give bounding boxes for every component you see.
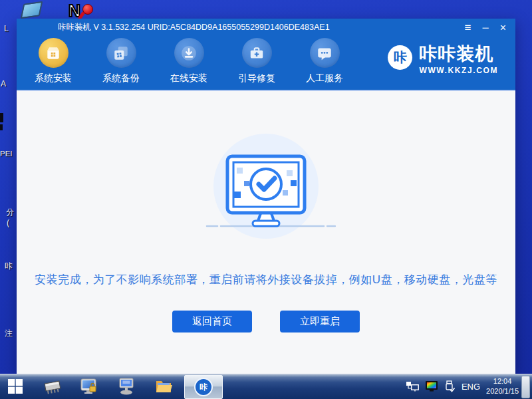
nav-item-label: 引导修复 <box>238 72 275 84</box>
network-icon[interactable] <box>406 381 419 392</box>
usb-device-icon[interactable] <box>444 380 456 392</box>
nav-item-manual-service[interactable]: 人工服务 <box>298 37 351 90</box>
app-window: 咔咔装机 V 3.1.532.254 URID:A5C84DD9A1655055… <box>17 19 515 374</box>
toolbox-icon <box>242 38 272 68</box>
brand-site: WWW.KKZJ.COM <box>419 66 498 75</box>
window-title: 咔咔装机 V 3.1.532.254 URID:A5C84DD9A1655055… <box>17 22 465 33</box>
desktop-label-fragment: 分 <box>6 207 14 218</box>
system-tray: ENG 12:04 2020/1/15 <box>406 374 519 399</box>
desktop-icon-fragment <box>0 113 3 122</box>
kaka-logo-icon: 咔 <box>194 378 213 396</box>
red-key-head-icon <box>82 4 93 15</box>
taskbar: 咔 ENG 12:04 2020/1/15 <box>0 374 532 399</box>
nav-item-label: 系统备份 <box>102 72 140 84</box>
desktop-label-fragment: L <box>4 24 9 33</box>
restart-now-button[interactable]: 立即重启 <box>280 311 360 332</box>
menu-icon[interactable]: ≡ <box>465 22 471 33</box>
taskbar-computer-icon[interactable] <box>116 376 136 396</box>
nav-bar: 系统安装 系统备份 <box>17 37 515 91</box>
desktop-label-fragment: ( <box>7 218 9 227</box>
nav-item-system-backup[interactable]: 系统备份 <box>94 37 148 90</box>
action-buttons: 返回首页 立即重启 <box>17 311 515 332</box>
desktop-background: N L A PEI 分 ( 咔 注 咔咔装机 V 3.1.532.254 URI… <box>0 0 532 399</box>
show-desktop-button[interactable] <box>521 376 530 398</box>
chat-bubble-icon <box>310 38 340 68</box>
download-icon <box>174 38 204 68</box>
taskbar-screenshot-tool-icon[interactable] <box>79 376 99 396</box>
window-controls: ≡ ─ × <box>465 22 515 33</box>
brand-logo-icon: 咔 <box>388 45 412 70</box>
completion-message: 安装完成，为了不影响系统部署，重启前请将外接设备拔掉，例如U盘，移动硬盘，光盘等 <box>17 272 515 287</box>
nav-item-label: 在线安装 <box>170 72 207 84</box>
desktop-label-fragment: 注 <box>5 328 13 339</box>
taskbar-kaka-app-button[interactable]: 咔 <box>184 375 223 399</box>
close-icon[interactable]: × <box>500 23 506 33</box>
nav-item-label: 人工服务 <box>306 72 343 84</box>
desktop-label-fragment: 咔 <box>5 261 13 272</box>
taskbar-clock[interactable]: 12:04 2020/1/15 <box>486 376 519 396</box>
desktop-label-fragment: PEI <box>0 150 13 158</box>
taskbar-folder-icon[interactable] <box>154 376 174 396</box>
system-backup-icon <box>106 38 136 68</box>
clock-date: 2020/1/15 <box>486 386 519 396</box>
nav-item-system-install[interactable]: 系统安装 <box>27 37 80 90</box>
nav-item-label: 系统安装 <box>35 72 72 84</box>
system-install-box-icon <box>39 38 68 68</box>
titlebar: 咔咔装机 V 3.1.532.254 URID:A5C84DD9A1655055… <box>17 19 515 37</box>
minimize-icon[interactable]: ─ <box>482 23 488 32</box>
start-button[interactable] <box>8 379 23 396</box>
nav-item-online-install[interactable]: 在线安装 <box>162 37 215 90</box>
taskbar-memory-chip-icon[interactable] <box>43 376 63 396</box>
desktop-icon-fragment <box>0 124 3 130</box>
brand-text: 咔咔装机 WWW.KKZJ.COM <box>419 45 498 75</box>
desktop-label-fragment: A <box>1 79 6 88</box>
display-settings-icon[interactable] <box>425 381 438 392</box>
monitor-checkmark-illustration <box>196 148 336 229</box>
brand-logo: 咔 咔咔装机 WWW.KKZJ.COM <box>388 45 498 75</box>
return-home-button[interactable]: 返回首页 <box>172 311 252 332</box>
main-content: 安装完成，为了不影响系统部署，重启前请将外接设备拔掉，例如U盘，移动硬盘，光盘等… <box>17 91 515 374</box>
windows-logo-icon <box>8 379 23 394</box>
desktop-display-panel-icon[interactable] <box>21 1 43 19</box>
nav-item-boot-repair[interactable]: 引导修复 <box>230 37 283 90</box>
clock-time: 12:04 <box>486 376 519 386</box>
language-indicator[interactable]: ENG <box>462 382 480 392</box>
brand-name: 咔咔装机 <box>419 45 498 63</box>
